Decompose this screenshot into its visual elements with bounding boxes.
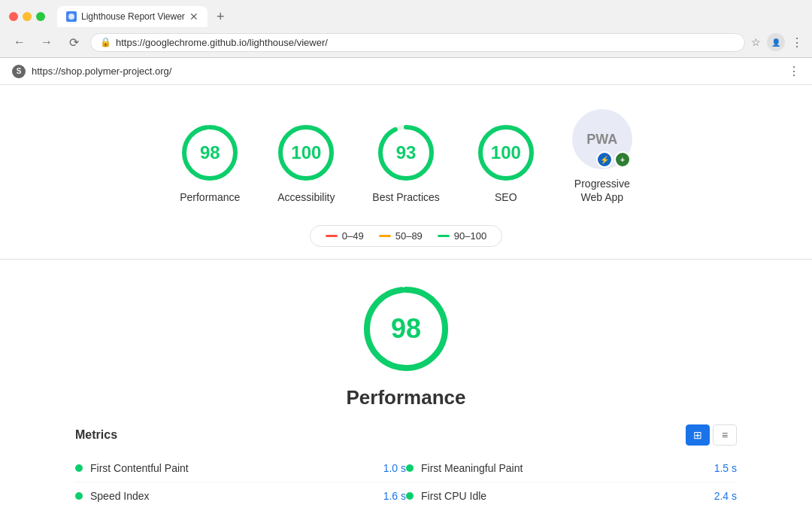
score-item-accessibility: 100 Accessibility (276, 123, 336, 204)
traffic-lights (9, 12, 45, 21)
svg-point-0 (68, 14, 74, 20)
pwa-text: PWA (586, 132, 617, 148)
legend-range-orange: 50–89 (395, 230, 423, 242)
score-item-seo: 100 SEO (476, 123, 536, 204)
metric-item-fci: First CPU Idle 2.4 s (406, 482, 737, 508)
site-favicon: S (12, 65, 26, 78)
score-circle-seo: 100 (476, 123, 536, 183)
metric-value-si: 1.6 s (368, 490, 406, 502)
legend-range-red: 0–49 (342, 230, 364, 242)
metric-name-fmp: First Meaningful Paint (421, 462, 692, 474)
score-value-performance: 98 (200, 142, 220, 163)
score-label-seo: SEO (495, 190, 517, 204)
metric-dot-fcp (75, 464, 83, 472)
close-button[interactable] (9, 12, 18, 21)
list-view-button[interactable]: ≡ (713, 424, 737, 446)
score-label-accessibility: Accessibility (277, 190, 335, 204)
browser-chrome: Lighthouse Report Viewer ✕ + ← → ⟳ 🔒 htt… (0, 0, 812, 58)
metric-name-fci: First CPU Idle (421, 490, 692, 502)
minimize-button[interactable] (23, 12, 32, 21)
score-circle-best-practices: 93 (376, 123, 436, 183)
overflow-menu-icon[interactable]: ⋮ (788, 64, 800, 78)
metric-value-fci: 2.4 s (699, 490, 737, 502)
score-circle-accessibility: 100 (276, 123, 336, 183)
view-toggle: ⊞ ≡ (686, 424, 737, 446)
score-value-seo: 100 (491, 142, 521, 163)
tab-title: Lighthouse Report Viewer (81, 11, 185, 22)
tab-close-icon[interactable]: ✕ (189, 11, 198, 23)
title-bar: Lighthouse Report Viewer ✕ + (0, 0, 812, 27)
performance-section: 98 Performance Metrics ⊞ ≡ First Content… (0, 260, 812, 508)
metrics-left: First Contentful Paint 1.0 s Speed Index… (75, 455, 406, 508)
pwa-badges: ⚡ + (596, 151, 631, 168)
score-item-pwa: PWA ⚡ + ProgressiveWeb App (572, 109, 632, 204)
metric-dot-si (75, 492, 83, 500)
forward-button[interactable]: → (36, 32, 57, 53)
legend: 0–49 50–89 90–100 (0, 225, 812, 247)
site-url: https://shop.polymer-project.org/ (32, 65, 171, 77)
legend-item-red: 0–49 (326, 230, 364, 242)
back-button[interactable]: ← (9, 32, 30, 53)
score-label-performance: Performance (180, 190, 240, 204)
new-tab-button[interactable]: + (214, 9, 228, 25)
perf-score-value: 98 (391, 313, 421, 345)
url-text: https://googlechrome.github.io/lighthous… (116, 37, 735, 48)
legend-dot-orange (379, 235, 391, 237)
metric-dot-fmp (406, 464, 414, 472)
address-bar: ← → ⟳ 🔒 https://googlechrome.github.io/l… (0, 27, 812, 57)
metric-value-fmp: 1.5 s (699, 462, 737, 474)
score-value-accessibility: 100 (291, 142, 321, 163)
metrics-title: Metrics (75, 428, 117, 442)
main-content: 98 Performance 100 Accessibility (0, 85, 812, 508)
legend-inner: 0–49 50–89 90–100 (310, 225, 502, 247)
legend-dot-red (326, 235, 338, 237)
bookmark-icon[interactable]: ☆ (751, 36, 761, 48)
perf-section-title: Performance (347, 386, 466, 409)
legend-dot-green (438, 235, 450, 237)
profile-icon[interactable]: 👤 (767, 33, 785, 51)
tab-favicon (66, 11, 77, 22)
scores-section: 98 Performance 100 Accessibility (0, 85, 812, 222)
legend-item-orange: 50–89 (379, 230, 423, 242)
metrics-grid: First Contentful Paint 1.0 s Speed Index… (75, 455, 737, 508)
metric-item-fmp: First Meaningful Paint 1.5 s (406, 455, 737, 482)
pwa-icon: PWA ⚡ + (572, 109, 632, 169)
score-circle-performance: 98 (180, 123, 240, 183)
refresh-button[interactable]: ⟳ (63, 32, 84, 53)
url-bar[interactable]: 🔒 https://googlechrome.github.io/lightho… (90, 33, 745, 52)
info-bar: S https://shop.polymer-project.org/ ⋮ (0, 58, 812, 85)
metrics-right: First Meaningful Paint 1.5 s First CPU I… (406, 455, 737, 508)
metrics-section: Metrics ⊞ ≡ First Contentful Paint 1.0 s (75, 424, 737, 508)
score-item-performance: 98 Performance (180, 123, 240, 204)
score-item-best-practices: 93 Best Practices (372, 123, 439, 204)
score-value-best-practices: 93 (396, 142, 417, 163)
score-label-best-practices: Best Practices (372, 190, 439, 204)
menu-icon[interactable]: ⋮ (791, 35, 803, 50)
metric-name-fcp: First Contentful Paint (90, 462, 361, 474)
legend-item-green: 90–100 (438, 230, 486, 242)
metric-dot-fci (406, 492, 414, 500)
metric-item-si: Speed Index 1.6 s (75, 482, 406, 508)
site-info: S https://shop.polymer-project.org/ (12, 65, 171, 78)
metrics-header: Metrics ⊞ ≡ (75, 424, 737, 446)
metric-name-si: Speed Index (90, 490, 361, 502)
score-label-pwa: ProgressiveWeb App (574, 177, 630, 204)
grid-view-button[interactable]: ⊞ (686, 424, 710, 446)
metric-item-fcp: First Contentful Paint 1.0 s (75, 455, 406, 482)
metric-value-fcp: 1.0 s (368, 462, 406, 474)
perf-score-circle: 98 (361, 284, 451, 374)
lock-icon: 🔒 (100, 37, 111, 47)
pwa-badge-plus: + (614, 151, 631, 168)
pwa-badge-lightning: ⚡ (596, 151, 613, 168)
legend-range-green: 90–100 (454, 230, 486, 242)
maximize-button[interactable] (36, 12, 45, 21)
browser-tab[interactable]: Lighthouse Report Viewer ✕ (57, 6, 208, 27)
